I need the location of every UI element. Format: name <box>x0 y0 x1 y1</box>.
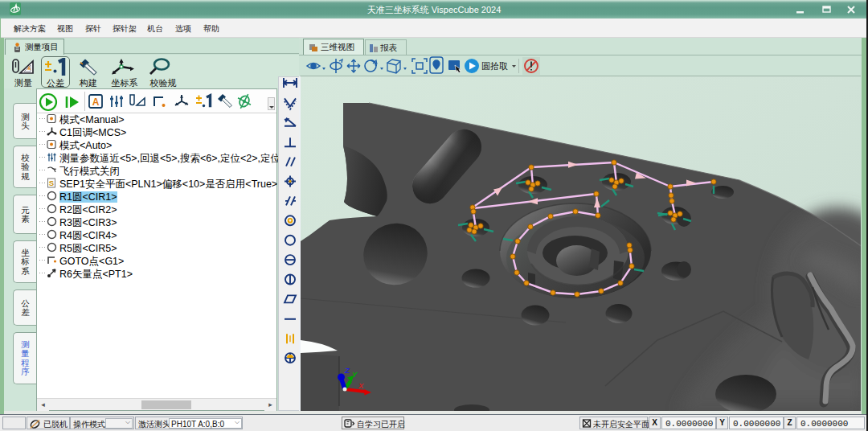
svg-text:圆拾取: 圆拾取 <box>481 61 508 71</box>
svg-text:Z: Z <box>344 366 350 375</box>
svg-text:S: S <box>49 179 54 187</box>
svg-text:A: A <box>92 96 100 108</box>
svg-text:X: X <box>358 381 364 390</box>
